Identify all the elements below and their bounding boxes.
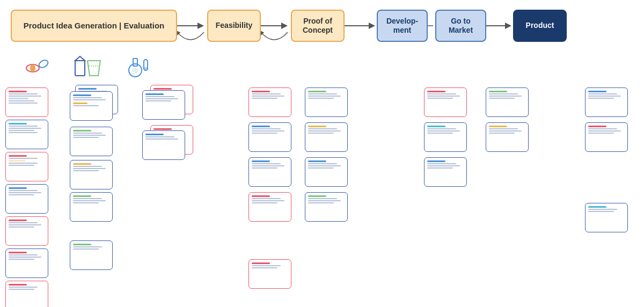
card (5, 184, 48, 214)
card (5, 87, 48, 117)
card (248, 122, 291, 152)
stage-product-label: Product (526, 21, 554, 31)
card (585, 87, 628, 117)
stage-feasibility-label: Feasibility (216, 21, 252, 31)
card (142, 90, 185, 120)
arrow-dev-gtm (428, 18, 435, 34)
card (70, 91, 113, 121)
arrow-feasibility-poc (261, 10, 291, 42)
stage-feasibility: Feasibility (207, 10, 261, 42)
stage-poc-label: Proof of Concept (299, 17, 336, 35)
stage-idea: Product Idea Generation | Evaluation (11, 10, 177, 42)
card (424, 87, 467, 117)
pill-icon (24, 56, 51, 83)
card (5, 248, 48, 278)
card (70, 240, 113, 270)
card (305, 157, 348, 187)
card (70, 192, 113, 222)
stage-gtm-label: Go to Market (444, 17, 478, 35)
card (70, 127, 113, 156)
card (5, 281, 48, 307)
svg-marker-1 (197, 23, 204, 29)
card (305, 192, 348, 222)
card (486, 87, 529, 117)
card (70, 160, 113, 189)
milk-icon (72, 55, 102, 83)
card (424, 122, 467, 152)
pipeline-header: Product Idea Generation | Evaluation Fea… (0, 0, 644, 42)
cards-section (0, 85, 644, 307)
card (248, 87, 291, 117)
svg-marker-3 (281, 23, 288, 29)
svg-marker-8 (505, 23, 511, 29)
stage-dev: Develop-ment (377, 10, 428, 42)
svg-marker-5 (369, 23, 375, 29)
card (585, 122, 628, 152)
card (486, 122, 529, 152)
arrow-idea-feasibility (177, 10, 207, 42)
stage-dev-label: Develop-ment (385, 17, 419, 35)
card (248, 157, 291, 187)
arrow-gtm-product (486, 18, 513, 34)
svg-rect-12 (75, 61, 85, 76)
svg-point-16 (132, 67, 138, 74)
stage-product: Product (513, 10, 567, 42)
card (248, 259, 291, 289)
svg-rect-18 (144, 67, 148, 70)
card (305, 122, 348, 152)
card (142, 130, 185, 160)
card (305, 87, 348, 117)
icons-row (8, 49, 172, 87)
card (5, 152, 48, 181)
stage-idea-label: Product Idea Generation | Evaluation (24, 21, 165, 31)
svg-point-10 (30, 64, 35, 72)
arrow-poc-dev (345, 18, 377, 34)
card (5, 120, 48, 149)
card (248, 192, 291, 222)
card (424, 157, 467, 187)
svg-rect-15 (133, 59, 137, 66)
stage-gtm: Go to Market (435, 10, 486, 42)
card (5, 216, 48, 246)
flask-icon (123, 55, 156, 83)
svg-marker-13 (75, 56, 85, 61)
card (585, 203, 628, 232)
stage-poc: Proof of Concept (291, 10, 345, 42)
